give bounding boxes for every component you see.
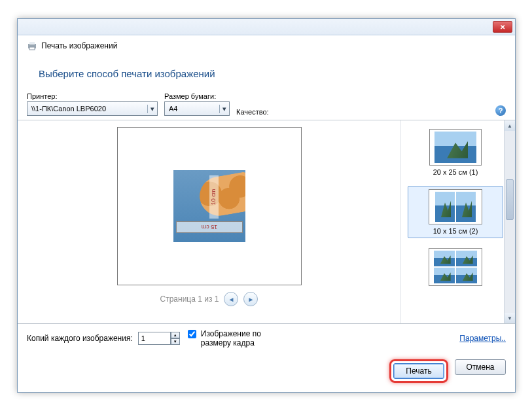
printer-combo[interactable]: \\1-ПК\Canon LBP6020 ▾ (27, 101, 158, 116)
dialog-header: Печать изображений (18, 35, 515, 56)
titlebar: ✕ (18, 19, 515, 35)
layout-option-1[interactable]: 10 x 15 см (2) (408, 186, 503, 238)
copies-spinner[interactable]: ▲ ▼ (138, 332, 180, 345)
layout-label: 20 x 25 см (1) (433, 168, 478, 176)
chevron-down-icon: ▾ (147, 105, 154, 113)
copies-label: Копий каждого изображения: (27, 334, 133, 343)
scroll-thumb[interactable] (506, 179, 514, 220)
pager-text: Страница 1 из 1 (160, 294, 219, 304)
prev-page-button[interactable]: ◄ (224, 292, 238, 306)
paper-combo[interactable]: A4 ▾ (164, 101, 230, 116)
copies-input[interactable] (138, 332, 171, 345)
help-icon[interactable]: ? (495, 105, 506, 116)
paper-value: A4 (169, 105, 177, 113)
highlight-annotation: Печать (389, 359, 448, 383)
layout-option-0[interactable]: 20 x 25 см (1) (408, 126, 503, 179)
print-button[interactable]: Печать (393, 363, 444, 379)
options-row: Копий каждого изображения: ▲ ▼ Изображен… (18, 323, 515, 353)
fit-checkbox-input[interactable] (188, 330, 196, 338)
page-preview: 10 cm 15 cm (117, 127, 302, 285)
scroll-up-icon[interactable]: ▲ (505, 120, 515, 131)
preview-image: 10 cm 15 cm (173, 170, 245, 242)
next-page-button[interactable]: ► (243, 292, 258, 306)
spin-up-button[interactable]: ▲ (171, 332, 180, 338)
printer-value: \\1-ПК\Canon LBP6020 (31, 105, 106, 113)
layout-list: 20 x 25 см (1)10 x 15 см (2) ▲ ▼ (400, 120, 515, 323)
spin-down-button[interactable]: ▼ (171, 338, 180, 345)
settings-row: Принтер: \\1-ПК\Canon LBP6020 ▾ Размер б… (18, 92, 515, 120)
svg-rect-2 (29, 47, 35, 50)
layout-thumb (429, 189, 482, 224)
layout-option-2[interactable] (408, 245, 503, 289)
paper-label: Размер бумаги: (164, 92, 230, 100)
chevron-down-icon: ▾ (219, 105, 226, 113)
options-link[interactable]: Параметры.. (459, 334, 506, 343)
printer-icon (27, 41, 37, 51)
quality-label: Качество: (236, 108, 289, 116)
printer-label: Принтер: (27, 92, 158, 100)
h-measure: 15 cm (176, 221, 243, 233)
preview-pane: 10 cm 15 cm Страница 1 из 1 ◄ ► (18, 120, 400, 323)
scroll-down-icon[interactable]: ▼ (505, 313, 515, 323)
layout-label: 10 x 15 см (2) (433, 227, 478, 235)
layout-thumb (429, 129, 482, 166)
cancel-button[interactable]: Отмена (455, 359, 506, 375)
close-button[interactable]: ✕ (493, 21, 512, 33)
fit-label: Изображение по размеру кадра (201, 329, 290, 347)
fit-frame-checkbox[interactable]: Изображение по размеру кадра (185, 329, 290, 347)
page-heading: Выберите способ печати изображений (18, 56, 515, 92)
scrollbar[interactable]: ▲ ▼ (504, 120, 515, 323)
svg-rect-1 (29, 42, 35, 44)
dialog-buttons: Печать Отмена (18, 353, 515, 392)
print-pictures-dialog: ✕ Печать изображений Выберите способ печ… (17, 18, 516, 393)
layout-thumb (429, 248, 482, 286)
v-measure: 10 cm (211, 189, 217, 205)
dialog-title: Печать изображений (41, 41, 117, 50)
